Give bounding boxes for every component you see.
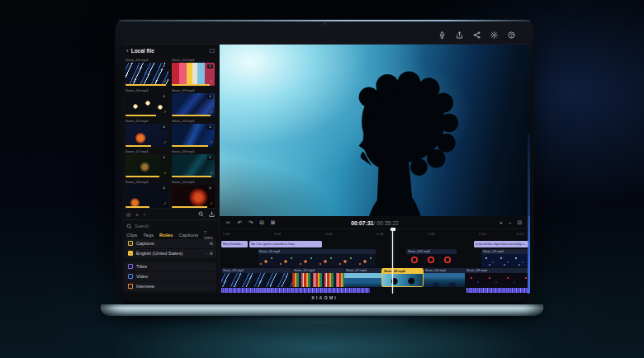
main-clip[interactable]: Sean_02.mp4 [292, 268, 344, 287]
share-icon[interactable] [473, 31, 481, 39]
clip-filmstrip [406, 254, 457, 267]
split-icon[interactable]: ⊟ [259, 219, 263, 226]
media-thumbnail[interactable]: ≣ ✓ [172, 124, 215, 147]
video-color-icon[interactable] [128, 274, 133, 279]
caption-clip[interactable]: Hey friends... [221, 241, 248, 247]
zoom-in-icon[interactable]: + [500, 220, 503, 226]
overlay-clip[interactable]: Sean_05.mp4 [258, 249, 376, 267]
screen-edge-glow [528, 134, 530, 294]
ruler-tick: 0:04 [325, 232, 333, 236]
media-filename: Sean_06.mp4 [125, 87, 168, 93]
titles-color-icon[interactable] [128, 264, 133, 269]
audio-clip[interactable] [466, 288, 528, 293]
media-item[interactable]: Sean_10.mp4 ≣ ✓ [172, 179, 215, 208]
ruler-tick: 0:08 [428, 232, 435, 236]
clip-filmstrip [481, 254, 528, 267]
playhead[interactable] [392, 230, 393, 294]
caption-settings-icon[interactable]: ⊞ [210, 241, 213, 246]
media-thumbnail[interactable]: ≣ ✓ [125, 124, 168, 147]
add-icon[interactable]: + [135, 212, 139, 217]
settings-gear-icon[interactable] [490, 31, 498, 39]
organize-tabs: Clips Tags Roles Captions 7 roles [125, 230, 216, 239]
undo-icon[interactable]: ↶ [237, 219, 241, 226]
media-thumbnail[interactable]: ≣ ✓ [172, 154, 215, 177]
media-thumbnail[interactable]: ≣ ✓ [125, 185, 168, 208]
webcam-icon [324, 22, 326, 25]
microphone-icon[interactable] [438, 31, 446, 39]
media-thumbnail[interactable]: ≣ ✓ [125, 154, 168, 177]
silhouette-figure [310, 53, 471, 216]
more-options-icon[interactable]: ⋯ ≣ [204, 251, 213, 256]
import-icon[interactable] [209, 211, 215, 217]
overlay-clip[interactable]: Sean_09.mp4 [481, 249, 528, 267]
redo-icon[interactable]: ↷ [249, 219, 253, 226]
app-window: ‹ Local file ☐ Sean_01.mp4 ≣ ✓ Sean_02.m… [122, 26, 530, 294]
cut-icon[interactable]: ✂ [226, 219, 230, 226]
delete-icon[interactable]: ⊠ [271, 219, 275, 226]
role-label: English (United States) [136, 251, 182, 256]
fit-timeline-icon[interactable]: ⊡ [518, 219, 522, 226]
role-row-captions[interactable]: ✓ Captions ⊞ [125, 239, 216, 248]
media-thumbnail[interactable]: ≣ ✓ [172, 63, 215, 86]
media-item[interactable]: Sean_05.mp4 ≣ ✓ [125, 118, 168, 147]
laptop-lid: ‹ Local file ☐ Sean_01.mp4 ≣ ✓ Sean_02.m… [116, 20, 533, 302]
main-clip[interactable]: Sean_03.mp4 [221, 268, 292, 287]
app-topbar [122, 26, 530, 45]
progress-bar [172, 176, 211, 177]
laptop-logo: XIAOMI [116, 294, 533, 302]
progress-bar [125, 176, 159, 177]
media-item[interactable]: Sean_04.mp4 ≣ ✓ [172, 118, 215, 147]
media-item[interactable]: Sean_07.mp4 ≣ ✓ [125, 148, 168, 177]
clip-filmstrip [221, 273, 292, 287]
media-thumbnail[interactable]: ≣ ✓ [172, 93, 215, 116]
media-item[interactable]: Sean_02.mp4 ≣ ✓ [172, 57, 215, 86]
main-clip[interactable]: Sean_08.mp4 [465, 268, 528, 287]
main-clip[interactable]: Sean_04.mp4 [424, 268, 465, 287]
main-clip[interactable]: Sean_07.mp4 [344, 268, 381, 287]
tab-tags[interactable]: Tags [143, 233, 154, 238]
main-clip-selected[interactable]: Sean_06.mp4 [381, 268, 424, 287]
select-check-icon[interactable]: ◎ [126, 211, 130, 217]
media-item[interactable]: Sean_06.mp4 ≣ ✓ [125, 87, 168, 116]
proxy-badge-icon: ≣ [161, 95, 167, 99]
select-all-icon[interactable]: ☐ [210, 48, 215, 54]
media-item[interactable]: Sean_01.mp4 ≣ ✓ [125, 57, 168, 86]
media-item[interactable]: Sean_09.mp4 ≣ ✓ [172, 148, 215, 177]
caption-clip[interactable]: a lot of the clips here actually s... [474, 241, 528, 247]
interview-color-icon[interactable] [128, 284, 133, 289]
caption-clip[interactable]: So I've spent countless hou... [249, 241, 322, 247]
proxy-badge-icon: ≣ [207, 95, 213, 99]
zoom-out-icon[interactable]: − [509, 220, 512, 226]
search-placeholder: Search [135, 224, 149, 228]
check-icon: ✓ [210, 111, 213, 115]
checkbox-icon[interactable]: ✓ [128, 241, 133, 246]
export-icon[interactable] [456, 31, 463, 39]
media-thumbnail[interactable]: ≣ ✓ [125, 93, 168, 116]
role-row-language[interactable]: • English (United States) ⋯ ≣ [125, 249, 216, 258]
ruler-tick: 0:02 [274, 232, 282, 236]
search-bar[interactable]: Search [125, 222, 216, 230]
timeline-ruler[interactable]: 0:00 0:02 0:04 0:06 0:08 0:10 0:12 [220, 229, 530, 240]
tab-clips[interactable]: Clips [126, 233, 137, 238]
video-preview [220, 45, 530, 216]
language-checkbox-icon[interactable]: • [128, 251, 133, 256]
overlay-clip[interactable]: Sean_011.mp4 [406, 249, 457, 267]
role-row-video[interactable]: Video [125, 272, 216, 281]
role-row-titles[interactable]: Titles [125, 262, 216, 271]
ruler-tick: 0:06 [376, 232, 384, 236]
media-filename: Sean_03.mp4 [172, 87, 215, 93]
media-filename: Sean_01.mp4 [125, 57, 168, 63]
tab-roles[interactable]: Roles [159, 233, 173, 238]
media-item[interactable]: Sean_03.mp4 ≣ ✓ [172, 87, 215, 116]
proxy-badge-icon: ≣ [161, 125, 167, 130]
help-icon[interactable] [508, 31, 515, 39]
back-chevron-icon[interactable]: ‹ [126, 47, 129, 54]
audio-clip[interactable] [221, 288, 370, 293]
media-thumbnail[interactable]: ≣ ✓ [172, 185, 215, 208]
media-item[interactable]: Sean_08.mp4 ≣ ✓ [125, 179, 168, 208]
role-row-interview[interactable]: Interview [125, 282, 216, 291]
search-icon[interactable] [198, 211, 204, 217]
media-thumbnail[interactable]: ≣ ✓ [125, 63, 168, 86]
tab-captions[interactable]: Captions [178, 233, 198, 238]
grid-view-icon[interactable]: ▫ [144, 212, 145, 217]
